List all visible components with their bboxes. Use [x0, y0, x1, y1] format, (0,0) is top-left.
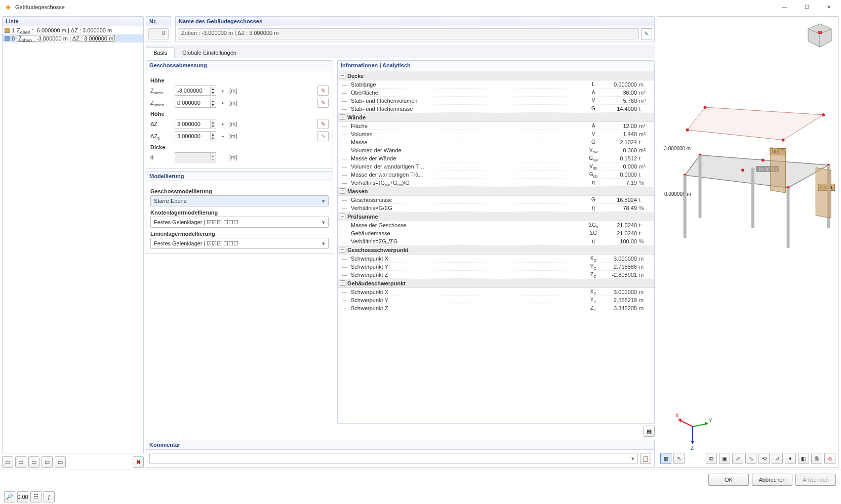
info-group-header[interactable]: −Decke — [338, 71, 654, 80]
axis-gizmo-icon: X Y Z — [672, 411, 713, 452]
apply-button[interactable]: Anwenden — [795, 474, 836, 486]
zoben-arrow-icon[interactable]: ▸ — [219, 86, 226, 96]
list-item[interactable]: 1Zoben : -6.000000 m | ΔZ : 3.000000 m — [3, 26, 143, 34]
name-field[interactable]: Zoben : -3.000000 m | ΔZ : 3.000000 m — [178, 28, 639, 39]
bottom-tool-4[interactable]: ƒ — [44, 491, 55, 502]
dz-pick-button[interactable]: ✎ — [317, 119, 329, 129]
viewport-toolbar: ▦ ↖ ⧉ ▣ ⤢ ⤡ ⟲ ⤾ ▾ ◧ 🖶 ⦸ — [660, 453, 835, 464]
list-tool-1[interactable]: ▭ — [2, 456, 13, 468]
tab-basis[interactable]: Basis — [146, 47, 175, 58]
view-tool-reset[interactable]: ⦸ — [824, 453, 835, 464]
bottom-tool-1[interactable]: 🔎 — [4, 491, 15, 502]
view-tool-11[interactable]: 🖶 — [811, 453, 822, 464]
list-delete[interactable]: ✖ — [133, 456, 144, 468]
svg-marker-24 — [705, 422, 708, 426]
info-row: Schwerpunkt YYC2.558219m — [338, 296, 654, 304]
info-row: Masse der WändeGsw0.1512t — [338, 154, 654, 162]
svg-text:Z: Z — [691, 445, 694, 451]
view-tool-6[interactable]: ⤡ — [745, 453, 756, 464]
dz-unit: [m] — [229, 121, 244, 127]
list-box[interactable]: 1Zoben : -6.000000 m | ΔZ : 3.000000 m0Z… — [2, 26, 144, 453]
bottom-tool-3[interactable]: ☷ — [30, 491, 42, 502]
info-row: FlächeA12.00m² — [338, 122, 654, 130]
svg-text:Y: Y — [709, 418, 712, 424]
dz-input[interactable]: 3.000000▲▼ — [175, 119, 216, 129]
view-tool-cursor[interactable]: ↖ — [673, 453, 685, 464]
dicke-label: Dicke — [150, 144, 329, 150]
zoben-pick-button[interactable]: ✎ — [317, 86, 329, 96]
list-toolbar: ▭ ▭ ▭ ▭ ▭ ✖ — [2, 456, 144, 468]
knotenlager-combo[interactable]: Festes Gelenklager | ☑☑☑ ☐☐☐ — [150, 217, 329, 228]
info-group-header[interactable]: −Prüfsumme — [338, 212, 654, 221]
maximize-button[interactable]: ☐ — [795, 0, 818, 14]
svg-point-6 — [782, 139, 785, 142]
info-row: Verhältnis=(Gsw+Gdb)/Gη7.19% — [338, 179, 654, 187]
bottom-toolbar: 🔎 0.00 ☷ ƒ — [0, 489, 841, 504]
view-tool-5[interactable]: ⤢ — [732, 453, 743, 464]
linienlager-combo[interactable]: Festes Gelenklager | ☑☑☑ ☐☐☐ — [150, 238, 329, 249]
modellierung-panel: Geschossmodellierung Starre Ebene Knoten… — [146, 181, 333, 254]
viewport[interactable]: -3.000000 m 0.000000 m NKL 1 NKL 1 16.50… — [657, 16, 839, 468]
view-tool-model[interactable]: ▦ — [660, 453, 671, 464]
view-tool-4[interactable]: ▣ — [719, 453, 730, 464]
zunten-arrow-icon[interactable]: ▸ — [219, 98, 226, 108]
dz0-arrow-icon[interactable]: ▸ — [219, 131, 226, 141]
view-tool-9[interactable]: ▾ — [785, 453, 796, 464]
zoben-unit: [m] — [229, 88, 244, 94]
dz0-pick-button: ✎ — [317, 131, 329, 141]
info-group-header[interactable]: −Wände — [338, 113, 654, 122]
edit-name-button[interactable]: ✎ — [641, 28, 652, 39]
info-row: Schwerpunkt XXC3.000000m — [338, 288, 654, 296]
list-tool-3[interactable]: ▭ — [28, 456, 39, 468]
info-group-header[interactable]: −Gebäudeschwerpunkt — [338, 279, 654, 288]
info-tree[interactable]: −DeckeStablängeL0.000000mOberflächeA36.0… — [337, 70, 655, 424]
zoben-input[interactable]: -3.000000▲▼ — [175, 86, 216, 96]
ok-button[interactable]: OK — [708, 474, 749, 486]
bottom-tool-2[interactable]: 0.00 — [17, 491, 28, 502]
info-group-header[interactable]: −Geschossschwerpunkt — [338, 245, 654, 255]
info-table-button[interactable]: ▦ — [644, 426, 655, 437]
tab-globale[interactable]: Globale Einstellungen — [175, 47, 244, 58]
zunten-input[interactable]: 0.000000▲▼ — [175, 98, 216, 108]
svg-point-5 — [822, 113, 825, 116]
kommentar-title: Kommentar — [146, 440, 655, 450]
cancel-button[interactable]: Abbrechen — [752, 474, 792, 486]
zoben-label: Zoben — [150, 88, 172, 94]
zunten-pick-button[interactable]: ✎ — [317, 98, 329, 108]
geschossmod-label: Geschossmodellierung — [150, 188, 329, 194]
view-tool-3[interactable]: ⧉ — [706, 453, 717, 464]
svg-point-4 — [703, 106, 706, 109]
svg-marker-19 — [771, 148, 786, 193]
svg-text:X: X — [675, 413, 679, 418]
nr-field: 0 — [148, 28, 169, 39]
close-button[interactable]: ✕ — [818, 0, 840, 14]
svg-point-7 — [686, 129, 689, 132]
list-item[interactable]: 0Zoben : -3.000000 m | ΔZ : 3.000000 m — [3, 34, 143, 43]
list-header: Liste — [2, 16, 144, 26]
zunten-label: Zunten — [150, 100, 172, 106]
info-row: Schwerpunkt YYC2.718586m — [338, 263, 654, 271]
list-tool-2[interactable]: ▭ — [15, 456, 26, 468]
nr-label: Nr. — [146, 16, 171, 26]
svg-point-13 — [741, 169, 744, 172]
minimize-button[interactable]: — — [773, 0, 795, 14]
geschossmod-combo[interactable]: Starre Ebene — [150, 195, 329, 206]
list-tool-4[interactable]: ▭ — [42, 456, 53, 468]
info-group-header[interactable]: −Massen — [338, 187, 654, 196]
middle-panel: Nr. 0 Name des Gebäudegeschosses Zoben :… — [146, 16, 655, 468]
tabstrip: Basis Globale Einstellungen — [146, 45, 655, 58]
info-row: MasseG2.1024t — [338, 138, 654, 146]
info-row: Schwerpunkt ZZC-2.808901m — [338, 271, 654, 279]
dz-arrow-icon[interactable]: ▸ — [219, 119, 226, 129]
list-tool-5[interactable]: ▭ — [55, 456, 66, 468]
left-panel: Liste 1Zoben : -6.000000 m | ΔZ : 3.0000… — [2, 16, 144, 468]
view-tool-10[interactable]: ◧ — [798, 453, 809, 464]
view-tool-7[interactable]: ⟲ — [758, 453, 770, 464]
app-icon: ◆ — [4, 3, 12, 11]
info-row: Volumen der WändeVsw0.360m³ — [338, 146, 654, 154]
info-row: GebäudemasseΣG21.0240t — [338, 229, 654, 237]
kommentar-pick-button[interactable]: 📋 — [640, 453, 651, 464]
kommentar-combo[interactable] — [149, 453, 638, 464]
dz0-input[interactable]: 3.000000▲▼ — [175, 131, 216, 141]
view-tool-8[interactable]: ⤾ — [772, 453, 783, 464]
